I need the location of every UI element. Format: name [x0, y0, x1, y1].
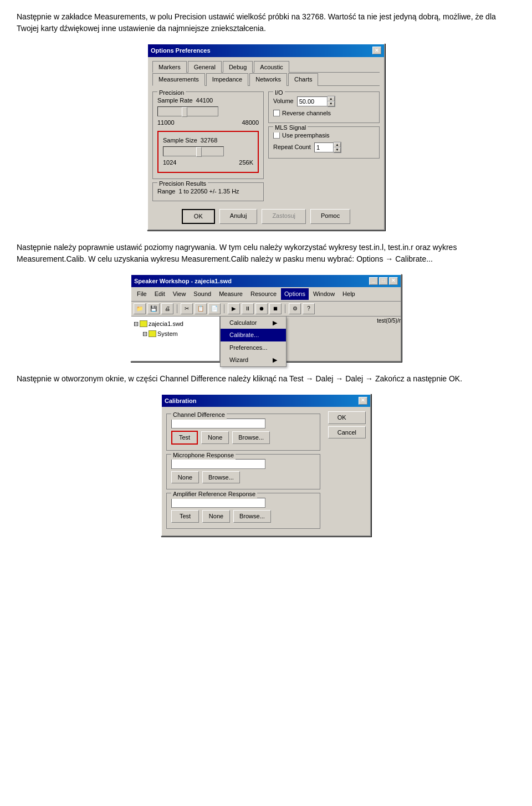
tab-charts[interactable]: Charts: [288, 73, 318, 86]
ok-button[interactable]: OK: [182, 209, 215, 224]
cancel-button[interactable]: Anuluj: [219, 209, 258, 224]
microphone-browse-btn[interactable]: Browse...: [202, 471, 240, 484]
sample-size-value: 32768: [201, 136, 218, 145]
dropdown-calculator-label: Calculator: [229, 318, 257, 328]
toolbar: 📁 💾 🖨 ✂ 📋 📄 ▶ ⏸ ⏺ ⏹ ⚙ ?: [131, 302, 401, 317]
amplifier-test-btn[interactable]: Test: [171, 510, 199, 523]
calib-left: Channel Difference Test None Browse... M…: [166, 411, 320, 531]
amplifier-browse-btn[interactable]: Browse...: [233, 510, 271, 523]
tb-btn-11[interactable]: ⚙: [289, 303, 301, 314]
volume-spin[interactable]: ▲ ▼: [297, 96, 335, 107]
menu-file[interactable]: File: [134, 288, 150, 300]
precision-results-label: Precision Results: [157, 179, 208, 188]
tb-btn-3[interactable]: 🖨: [161, 303, 173, 314]
repeat-count-up-arrow[interactable]: ▲: [334, 142, 341, 147]
repeat-count-down-arrow[interactable]: ▼: [334, 147, 341, 152]
tab-measurements[interactable]: Measurements: [152, 73, 205, 86]
io-label: I/O: [273, 88, 285, 98]
amplifier-buttons-row: Test None Browse...: [171, 510, 315, 523]
tab-debug[interactable]: Debug: [223, 61, 253, 73]
tab-acoustic[interactable]: Acoustic: [254, 61, 289, 73]
sample-size-group: Sample Size 32768 1024 256K: [157, 131, 259, 173]
menu-view[interactable]: View: [170, 288, 190, 300]
menu-edit[interactable]: Edit: [151, 288, 168, 300]
tab-networks[interactable]: Networks: [249, 73, 287, 86]
tb-btn-8[interactable]: ⏸: [242, 303, 254, 314]
apply-button[interactable]: Zastosuj: [262, 209, 306, 224]
microphone-label: Microphone Response: [171, 451, 236, 460]
amplifier-group: Amplifier Reference Response Test None B…: [166, 493, 320, 529]
sw-minimize-btn[interactable]: _: [369, 277, 378, 285]
channel-diff-test-btn[interactable]: Test: [171, 431, 198, 445]
menu-options[interactable]: Options: [281, 288, 309, 300]
paragraph-1: Następnie w zakładce Measurements, w pol…: [17, 11, 515, 34]
tb-btn-7[interactable]: ▶: [228, 303, 240, 314]
menu-measure[interactable]: Measure: [216, 288, 246, 300]
repeat-count-spin[interactable]: ▲ ▼: [314, 142, 341, 153]
volume-up-arrow[interactable]: ▲: [328, 96, 335, 101]
volume-down-arrow[interactable]: ▼: [328, 101, 335, 106]
volume-input[interactable]: [297, 96, 328, 106]
microphone-input[interactable]: [171, 459, 265, 469]
channel-diff-label: Channel Difference: [171, 410, 227, 420]
tb-btn-5[interactable]: 📋: [195, 303, 207, 314]
channel-diff-browse-btn[interactable]: Browse...: [232, 431, 270, 444]
volume-row: Volume ▲ ▼: [273, 96, 375, 107]
calib-close-btn[interactable]: ✕: [359, 397, 367, 405]
sample-size-slider[interactable]: [163, 146, 224, 156]
calib-cancel-btn[interactable]: Cancel: [328, 426, 366, 439]
tab-general[interactable]: General: [188, 61, 222, 73]
calib-title: Calibration: [165, 396, 196, 406]
sw-maximize-btn[interactable]: □: [379, 277, 388, 285]
dropdown-wizard[interactable]: Wizard ▶: [221, 354, 286, 366]
menu-window[interactable]: Window: [310, 288, 338, 300]
reverse-channels-label: Reverse channels: [282, 109, 331, 118]
microphone-none-btn[interactable]: None: [171, 471, 199, 484]
tb-btn-6[interactable]: 📄: [208, 303, 221, 314]
channel-diff-input[interactable]: [171, 419, 265, 428]
tree-expand-1: ⊟: [134, 319, 139, 329]
channel-diff-none-btn[interactable]: None: [201, 431, 229, 444]
tb-btn-4[interactable]: ✂: [181, 303, 193, 314]
right-column: I/O Volume ▲ ▼: [268, 89, 380, 204]
microphone-input-row: [171, 459, 315, 469]
dropdown-preferences[interactable]: Preferences...: [221, 341, 286, 354]
channel-diff-group: Channel Difference Test None Browse...: [166, 414, 320, 451]
calib-content: Channel Difference Test None Browse... M…: [162, 407, 370, 535]
calib-ok-btn[interactable]: OK: [328, 411, 366, 424]
calibration-dialog: Calibration ✕ Channel Difference Test: [161, 394, 371, 537]
tree-item-zajecia[interactable]: ⊟ zajecia1.swd: [134, 319, 217, 329]
reverse-channels-checkbox[interactable]: [273, 110, 280, 116]
sample-size-row: Sample Size 32768: [163, 136, 253, 145]
tb-btn-2[interactable]: 💾: [147, 303, 160, 314]
tb-btn-10[interactable]: ⏹: [269, 303, 282, 314]
tree-label-system: System: [157, 329, 178, 339]
tree-item-system[interactable]: ⊟ System: [134, 329, 217, 339]
use-preemphasis-checkbox[interactable]: [273, 132, 280, 139]
dropdown-calibrate[interactable]: Calibrate...: [221, 329, 286, 341]
tab-markers[interactable]: Markers: [152, 61, 187, 73]
dropdown-calculator[interactable]: Calculator ▶: [221, 317, 286, 329]
range-min-2: 1024: [163, 158, 176, 167]
tb-btn-9[interactable]: ⏺: [255, 303, 268, 314]
sw-close-btn[interactable]: ✕: [389, 277, 398, 285]
tree-expand-2: ⊟: [142, 329, 147, 339]
menu-sound[interactable]: Sound: [190, 288, 214, 300]
amplifier-none-btn[interactable]: None: [202, 510, 230, 523]
close-button[interactable]: ✕: [372, 47, 381, 54]
tb-btn-1[interactable]: 📁: [134, 303, 146, 314]
tab-impedance[interactable]: Impedance: [206, 73, 248, 86]
menu-help[interactable]: Help: [339, 288, 359, 300]
sample-rate-slider[interactable]: [157, 106, 218, 116]
tb-btn-12[interactable]: ?: [303, 303, 315, 314]
menu-resource[interactable]: Resource: [247, 288, 280, 300]
mls-label: MLS Signal: [273, 123, 308, 132]
amplifier-label: Amplifier Reference Response: [171, 489, 257, 499]
dropdown-calculator-arrow: ▶: [273, 318, 277, 328]
calib-titlebar-controls: ✕: [359, 397, 367, 405]
dropdown-wizard-arrow: ▶: [273, 355, 277, 365]
repeat-count-input[interactable]: [314, 142, 334, 152]
volume-spin-arrows: ▲ ▼: [328, 96, 335, 107]
amplifier-input[interactable]: [171, 498, 265, 508]
help-button[interactable]: Pomoc: [310, 209, 350, 224]
